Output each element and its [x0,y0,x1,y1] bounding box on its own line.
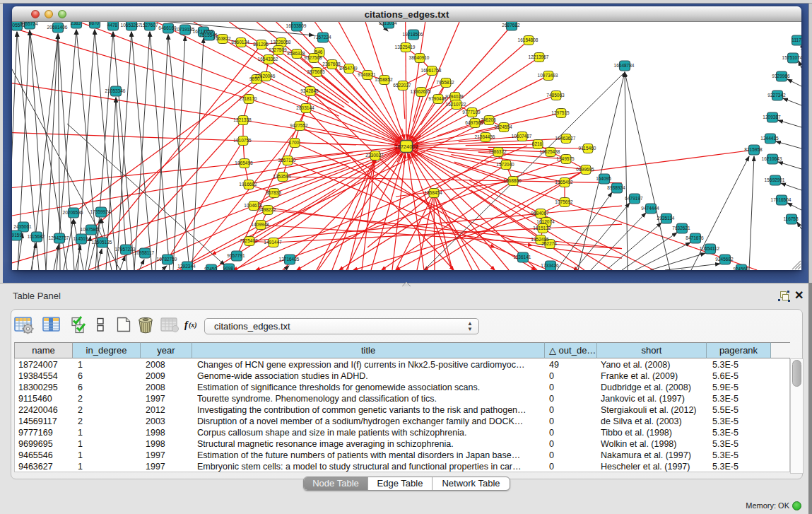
svg-text:10973493: 10973493 [538,73,558,78]
svg-text:1700: 1700 [289,140,300,145]
svg-text:16648784: 16648784 [614,63,635,68]
svg-text:15692991: 15692991 [765,177,785,182]
svg-text:8938924: 8938924 [607,185,625,190]
svg-text:1365492: 1365492 [555,180,573,185]
svg-text:16154808: 16154808 [518,37,539,42]
svg-text:20691406: 20691406 [47,25,68,30]
svg-text:7955812: 7955812 [436,80,454,85]
svg-text:1136141: 1136141 [514,255,531,259]
svg-text:9794028: 9794028 [445,94,464,99]
svg-text:2718170: 2718170 [239,96,257,101]
svg-text:7485063: 7485063 [546,93,565,98]
svg-text:164095: 164095 [596,176,611,181]
svg-text:1409948: 1409948 [251,222,269,227]
svg-text:8215958: 8215958 [744,147,763,152]
svg-text:1353594: 1353594 [273,174,291,179]
svg-text:9115460: 9115460 [579,146,596,151]
svg-text:1965498: 1965498 [235,160,253,165]
svg-text:1068860: 1068860 [503,178,522,183]
svg-text:1733426: 1733426 [541,263,559,268]
svg-text:3267110: 3267110 [278,158,296,163]
svg-text:1916682: 1916682 [239,182,257,187]
svg-text:546: 546 [315,49,323,54]
svg-text:10719185: 10719185 [175,27,195,32]
svg-text:4478: 4478 [107,23,118,28]
svg-text:2383: 2383 [71,22,81,25]
svg-text:21364436: 21364436 [475,134,495,139]
svg-text:1010755: 1010755 [233,138,252,143]
svg-text:17016504: 17016504 [771,197,792,202]
svg-text:10958117: 10958117 [134,250,155,255]
svg-text:10607487: 10607487 [512,134,532,139]
svg-text:12213967: 12213967 [529,54,549,59]
svg-text:1075692: 1075692 [555,199,573,204]
svg-text:13226058: 13226058 [271,40,291,45]
svg-text:18724007: 18724007 [394,144,418,150]
svg-text:10025438: 10025438 [540,149,560,154]
svg-text:867833: 867833 [266,190,281,195]
svg-text:19463627: 19463627 [555,136,576,141]
svg-text:9329966: 9329966 [772,74,790,78]
svg-text:10975867: 10975867 [81,227,101,232]
svg-text:8471676: 8471676 [686,235,704,240]
svg-text:2803144: 2803144 [296,105,314,110]
svg-text:9870: 9870 [89,22,100,25]
svg-text:2935114: 2935114 [657,216,675,221]
svg-text:1491447: 1491447 [264,240,282,245]
svg-text:2367608: 2367608 [322,62,341,66]
svg-text:1115682: 1115682 [28,234,45,239]
svg-text:9427552: 9427552 [290,123,308,128]
svg-text:9327509: 9327509 [269,47,287,52]
svg-text:6479197: 6479197 [625,196,643,201]
svg-text:92450: 92450 [204,267,217,270]
svg-text:9227342: 9227342 [767,93,786,98]
svg-text:1527607: 1527607 [140,23,158,28]
svg-text:9146821: 9146821 [358,72,376,77]
svg-text:7663822: 7663822 [213,36,231,41]
svg-text:10653267: 10653267 [121,23,141,28]
svg-text:39159: 39159 [12,233,22,238]
svg-text:7986372: 7986372 [488,149,507,154]
svg-text:891295: 891295 [253,42,269,47]
svg-text:1209387: 1209387 [763,115,781,119]
svg-text:7357224: 7357224 [313,35,331,40]
svg-text:8960124: 8960124 [231,40,249,45]
svg-text:10654112: 10654112 [700,246,720,251]
svg-text:1358454: 1358454 [424,190,442,195]
svg-text:1244415: 1244415 [760,136,779,141]
svg-text:1221338: 1221338 [233,117,252,122]
svg-text:6522037: 6522037 [393,83,411,88]
svg-text:7625402: 7625402 [240,238,258,243]
svg-text:16961758: 16961758 [421,68,442,73]
svg-text:1349575: 1349575 [556,156,575,161]
svg-text:9777109: 9777109 [462,110,481,115]
svg-text:6216: 6216 [532,141,543,146]
svg-text:15751074: 15751074 [782,55,801,60]
svg-text:3875685: 3875685 [307,69,325,74]
svg-text:17359924: 17359924 [90,209,111,214]
svg-text:8186328: 8186328 [287,51,305,56]
svg-text:9474444: 9474444 [641,206,659,211]
svg-text:38640910: 38640910 [409,55,430,60]
svg-text:9684067: 9684067 [531,211,549,216]
svg-text:13362635: 13362635 [411,89,431,94]
svg-text:3498222: 3498222 [258,207,276,212]
svg-text:9790448: 9790448 [428,96,447,101]
svg-text:1612074: 1612074 [536,219,555,224]
svg-text:6497568: 6497568 [465,120,483,125]
svg-text:(x): (x) [189,321,197,329]
svg-text:2055724: 2055724 [20,22,38,26]
svg-text:114519: 114519 [73,236,88,241]
svg-text:1572040: 1572040 [496,162,514,167]
svg-text:20206536: 20206536 [63,210,83,215]
svg-text:16782759: 16782759 [157,257,177,262]
svg-text:21053346: 21053346 [105,88,126,93]
svg-text:1292344: 1292344 [177,264,196,269]
svg-text:116753: 116753 [783,216,799,221]
svg-text:98901: 98901 [249,76,262,81]
svg-text:2330027: 2330027 [365,153,384,158]
svg-text:924568: 924568 [733,267,748,270]
svg-text:16210722: 16210722 [446,102,466,107]
svg-text:9657791: 9657791 [227,253,245,258]
svg-text:9098: 9098 [223,266,234,270]
